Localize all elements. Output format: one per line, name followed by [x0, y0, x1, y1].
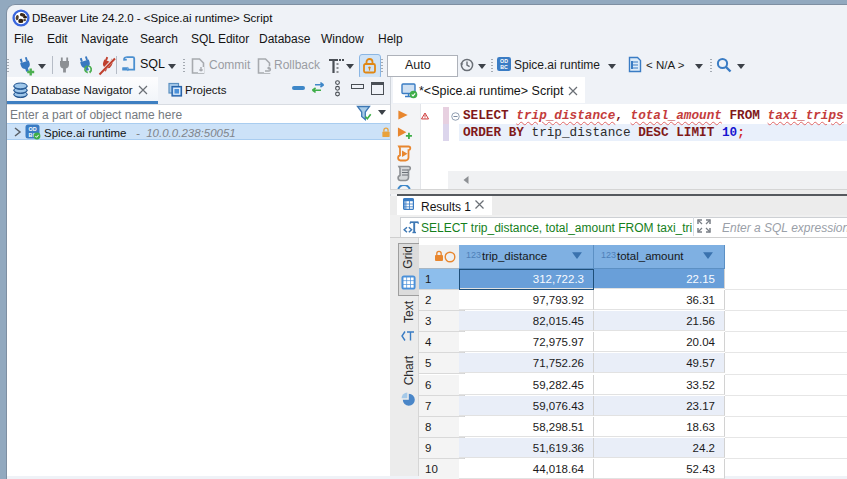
svg-text:BC: BC	[500, 64, 508, 70]
